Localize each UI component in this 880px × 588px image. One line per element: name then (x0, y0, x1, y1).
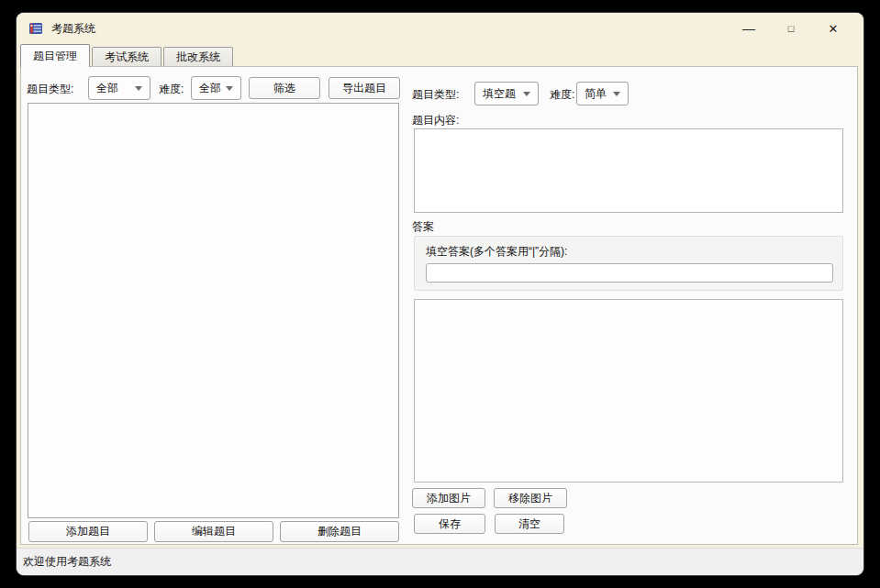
filter-button[interactable]: 筛选 (249, 77, 320, 99)
app-window: 考题系统 — □ ✕ 题目管理 考试系统 批改系统 题目类型: 全部 难度: 全… (17, 13, 863, 575)
remove-image-button[interactable]: 移除图片 (494, 488, 567, 508)
left-difficulty-label: 难度: (159, 82, 184, 97)
image-preview-area (414, 299, 843, 483)
chevron-down-icon (613, 92, 620, 96)
right-type-label: 题目类型: (412, 87, 459, 103)
window-title: 考题系统 (51, 21, 95, 37)
left-type-combobox[interactable]: 全部 (88, 76, 150, 100)
tab-exam-system[interactable]: 考试系统 (92, 47, 162, 66)
right-difficulty-value: 简单 (585, 86, 607, 102)
question-management-page: 题目类型: 全部 难度: 全部 筛选 导出题目 添加题目 编辑题目 删除题目 题… (20, 66, 858, 545)
tab-question-management[interactable]: 题目管理 (20, 44, 90, 67)
chevron-down-icon (226, 86, 233, 91)
question-content-textarea[interactable] (414, 128, 843, 213)
chevron-down-icon (523, 92, 530, 96)
tab-bar: 题目管理 考试系统 批改系统 (17, 44, 863, 66)
edit-question-button[interactable]: 编辑题目 (154, 521, 273, 542)
status-text: 欢迎使用考题系统 (23, 554, 111, 570)
blank-answer-input[interactable] (426, 263, 833, 283)
answer-group-label: 答案 (412, 219, 434, 235)
left-difficulty-value: 全部 (199, 81, 221, 96)
right-difficulty-label: 难度: (550, 87, 574, 103)
left-difficulty-combobox[interactable]: 全部 (191, 76, 241, 100)
right-type-value: 填空题 (483, 86, 516, 102)
answer-group: 填空答案(多个答案用“|”分隔): (414, 236, 843, 291)
chevron-down-icon (135, 86, 142, 91)
add-question-button[interactable]: 添加题目 (28, 521, 148, 542)
right-type-combobox[interactable]: 填空题 (474, 82, 539, 105)
export-questions-button[interactable]: 导出题目 (329, 77, 400, 99)
status-bar: 欢迎使用考题系统 (17, 548, 863, 575)
left-type-label: 题目类型: (27, 82, 73, 97)
content-label: 题目内容: (412, 113, 459, 128)
question-listbox[interactable] (28, 103, 399, 518)
save-button[interactable]: 保存 (414, 514, 485, 534)
blank-answer-label: 填空答案(多个答案用“|”分隔): (426, 244, 567, 260)
clear-button[interactable]: 清空 (495, 514, 564, 534)
minimize-button[interactable]: — (728, 13, 770, 44)
tab-grading-system[interactable]: 批改系统 (163, 47, 233, 66)
right-difficulty-combobox[interactable]: 简单 (576, 82, 629, 105)
close-button[interactable]: ✕ (812, 13, 854, 44)
app-icon (28, 21, 43, 36)
title-bar: 考题系统 — □ ✕ (17, 13, 863, 44)
maximize-button[interactable]: □ (770, 13, 812, 44)
delete-question-button[interactable]: 删除题目 (280, 521, 399, 542)
left-type-value: 全部 (96, 81, 118, 96)
window-controls: — □ ✕ (728, 13, 854, 44)
add-image-button[interactable]: 添加图片 (412, 488, 485, 508)
